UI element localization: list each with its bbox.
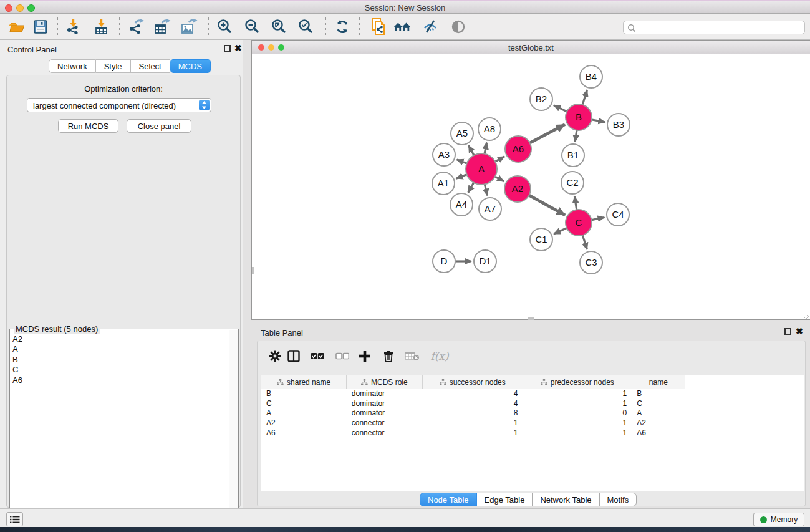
node-D[interactable]: D [433, 250, 455, 273]
node-D1[interactable]: D1 [474, 250, 496, 273]
close-panel-icon[interactable]: ✖ [234, 45, 242, 52]
column-header[interactable]: predecessor nodes [523, 375, 632, 389]
node-A7[interactable]: A7 [479, 198, 501, 220]
tab-edge-table[interactable]: Edge Table [477, 493, 533, 506]
function-builder-button[interactable]: f(x) [427, 347, 452, 365]
zoom-in-button[interactable] [215, 18, 234, 36]
result-item[interactable]: A6 [12, 375, 22, 385]
network-canvas[interactable]: B4B2BB3A5A8A6A3AB1A1A2C2A4A7C4CC1C3DD1 [252, 55, 810, 319]
column-header[interactable]: successor nodes [422, 375, 523, 389]
export-table-button[interactable] [153, 18, 171, 36]
zoom-fit-button[interactable] [269, 18, 288, 36]
table-cell[interactable]: dominator [347, 408, 422, 418]
result-item[interactable]: C [12, 365, 22, 375]
resize-grip-icon[interactable] [801, 311, 810, 319]
table-cell[interactable]: C [632, 399, 685, 409]
edge-A-A7[interactable] [485, 183, 487, 195]
table-cell[interactable]: B [261, 389, 347, 399]
node-A3[interactable]: A3 [433, 143, 455, 166]
table-cell[interactable]: A2 [632, 418, 685, 428]
show-panels-button[interactable] [6, 512, 23, 526]
deselect-all-button[interactable] [334, 347, 351, 365]
edge-C-C4[interactable] [591, 217, 605, 220]
network-window-titlebar[interactable]: testGlobe.txt [252, 41, 810, 54]
node-B[interactable]: B [566, 104, 592, 130]
node-A4[interactable]: A4 [450, 193, 473, 216]
tab-motifs[interactable]: Motifs [600, 493, 637, 506]
close-panel-button[interactable]: Close panel [127, 119, 191, 133]
node-C1[interactable]: C1 [530, 228, 552, 251]
zoom-out-button[interactable] [243, 18, 261, 36]
table-cell[interactable]: 4 [422, 399, 523, 409]
show-columns-button[interactable] [285, 347, 302, 365]
table-cell[interactable]: 1 [422, 428, 523, 438]
node-A8[interactable]: A8 [478, 118, 501, 140]
table-cell[interactable]: 1 [422, 418, 523, 428]
table-cell[interactable]: A [261, 408, 347, 418]
tab-select[interactable]: Select [131, 59, 170, 73]
edge-B-B3[interactable] [591, 120, 605, 122]
import-network-button[interactable] [64, 18, 83, 36]
table-cell[interactable]: A [632, 408, 685, 418]
edge-B-B1[interactable] [575, 129, 577, 142]
edge-C-C2[interactable] [574, 196, 577, 211]
result-item[interactable]: B [12, 355, 22, 365]
home-layout-button[interactable] [393, 18, 412, 36]
run-mcds-button[interactable]: Run MCDS [58, 119, 118, 133]
table-cell[interactable]: dominator [347, 399, 422, 409]
node-A[interactable]: A [466, 153, 497, 185]
save-session-button[interactable] [31, 18, 50, 36]
clone-network-button[interactable] [369, 18, 388, 36]
result-item[interactable]: A2 [12, 334, 22, 344]
edge-A-A8[interactable] [485, 143, 487, 155]
node-B4[interactable]: B4 [580, 65, 602, 88]
node-C3[interactable]: C3 [580, 251, 602, 274]
tab-network[interactable]: Network [49, 59, 96, 73]
network-graph[interactable]: B4B2BB3A5A8A6A3AB1A1A2C2A4A7C4CC1C3DD1 [252, 55, 810, 319]
table-cell[interactable]: connector [347, 428, 422, 438]
vertical-scroll-indicator[interactable] [252, 267, 254, 274]
export-image-button[interactable] [180, 18, 198, 36]
edge-A2-C[interactable] [528, 195, 565, 215]
table-cell[interactable]: 1 [523, 399, 632, 409]
hide-graphics-details-button[interactable] [422, 18, 440, 36]
result-item[interactable]: A [12, 344, 22, 354]
node-C2[interactable]: C2 [561, 172, 584, 194]
tab-node-table[interactable]: Node Table [420, 493, 477, 506]
table-row[interactable]: A2connector11A2 [261, 418, 685, 428]
show-graphics-details-button[interactable] [449, 18, 468, 36]
edge-A6-B[interactable] [529, 125, 565, 144]
table-cell[interactable]: B [632, 389, 685, 399]
select-all-button[interactable] [309, 347, 326, 365]
table-cell[interactable]: 1 [523, 428, 632, 438]
table-cell[interactable]: 1 [523, 418, 632, 428]
node-A1[interactable]: A1 [432, 172, 455, 195]
table-cell[interactable]: 1 [523, 389, 632, 399]
table-cell[interactable]: connector [347, 418, 422, 428]
table-cell[interactable]: C [261, 399, 347, 409]
criterion-dropdown[interactable]: largest connected component (directed) [27, 98, 211, 112]
edge-C-C1[interactable] [554, 228, 568, 234]
column-header[interactable]: MCDS role [347, 375, 422, 389]
open-session-button[interactable] [8, 18, 27, 36]
table-cell[interactable]: dominator [347, 389, 422, 399]
node-B3[interactable]: B3 [607, 114, 630, 136]
node-A2[interactable]: A2 [504, 176, 531, 202]
node-A5[interactable]: A5 [451, 122, 473, 145]
search-input[interactable] [639, 22, 801, 33]
table-row[interactable]: Cdominator41C [261, 399, 685, 409]
refresh-view-button[interactable] [333, 18, 352, 36]
edge-B-B2[interactable] [554, 105, 568, 112]
import-table-button[interactable] [92, 18, 111, 36]
table-cell[interactable]: A6 [261, 428, 347, 438]
edge-C-C3[interactable] [582, 234, 587, 249]
table-options-button[interactable] [266, 347, 284, 365]
node-C[interactable]: C [566, 210, 592, 236]
node-B1[interactable]: B1 [562, 144, 584, 167]
delete-columns-button[interactable] [380, 347, 397, 365]
table-row[interactable]: Adominator80A [261, 408, 685, 418]
export-network-button[interactable] [127, 18, 145, 36]
memory-button[interactable]: Memory [753, 513, 804, 526]
edge-A-A1[interactable] [456, 174, 468, 178]
node-B2[interactable]: B2 [530, 88, 552, 110]
